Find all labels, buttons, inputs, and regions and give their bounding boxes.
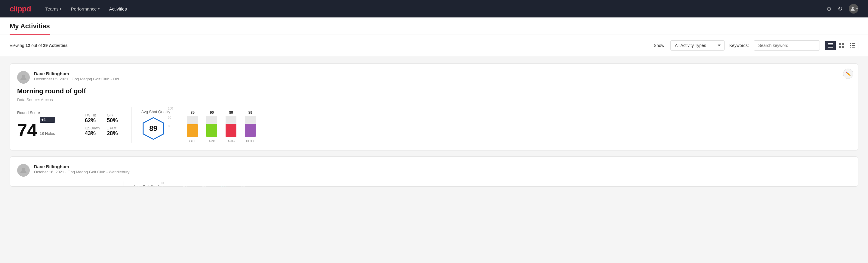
card-header: Dave Billingham October 16, 2021 · Gog M… bbox=[17, 164, 851, 177]
avatar bbox=[17, 71, 30, 84]
view-toggle-group bbox=[825, 40, 858, 50]
svg-rect-12 bbox=[852, 45, 855, 46]
svg-rect-10 bbox=[852, 43, 855, 44]
bar-group-arg: 89 ARG bbox=[225, 111, 237, 143]
data-source: Data Source: Arccos bbox=[17, 97, 851, 102]
svg-rect-9 bbox=[850, 43, 851, 44]
search-input[interactable] bbox=[754, 40, 820, 51]
user-name: Dave Billingham bbox=[34, 71, 851, 76]
stats-block: FW Hit 62% GIR 50% Up/Down 43% 1 Putt 28… bbox=[85, 113, 122, 137]
avatar bbox=[17, 164, 30, 177]
user-menu-chevron: ▾ bbox=[856, 7, 858, 10]
divider bbox=[124, 181, 124, 186]
y-axis-labels: 100 50 0 bbox=[168, 107, 173, 128]
user-meta: December 05, 2021 · Gog Magog Golf Club … bbox=[34, 77, 851, 81]
svg-rect-11 bbox=[850, 45, 851, 46]
score-badge: +4 bbox=[40, 117, 55, 123]
bar-outer bbox=[206, 116, 217, 137]
chevron-down-icon: ▾ bbox=[98, 7, 99, 10]
user-name: Dave Billingham bbox=[34, 164, 851, 169]
shot-quality-chart: 100 50 0 94 OTT 92 bbox=[170, 181, 248, 186]
activity-type-select[interactable]: All Activity Types bbox=[671, 40, 724, 51]
bar-inner bbox=[225, 124, 237, 137]
bar-group-putt: 89 PUTT bbox=[245, 111, 256, 143]
activity-card: ✏️ Dave Billingham December 05, 2021 · G… bbox=[10, 63, 858, 150]
avg-shot-section: Avg Shot Quality 89 100 50 0 bbox=[142, 107, 851, 143]
round-score-block: Round Score 74 +4 18 Holes bbox=[17, 111, 65, 139]
add-icon[interactable]: ⊕ bbox=[827, 5, 832, 12]
chevron-down-icon: ▾ bbox=[60, 7, 61, 10]
bar-group-putt: 87 PUTT bbox=[237, 185, 248, 186]
gir-stat: GIR 50% bbox=[107, 113, 122, 124]
svg-rect-2 bbox=[828, 45, 833, 45]
score-display: 74 +4 18 Holes bbox=[17, 117, 65, 139]
score-number: 74 bbox=[17, 121, 37, 139]
bar-group-app: 90 APP bbox=[206, 111, 217, 143]
divider bbox=[131, 107, 132, 143]
one-putt-stat: 1 Putt 28% bbox=[107, 126, 122, 137]
bar-inner bbox=[206, 124, 217, 137]
svg-rect-6 bbox=[842, 43, 844, 45]
bar-inner bbox=[187, 124, 198, 137]
bar-group-app: 92 APP bbox=[199, 185, 210, 186]
avg-shot-section: Avg Shot Quality 100 50 0 bbox=[133, 181, 851, 186]
svg-rect-4 bbox=[828, 47, 833, 48]
avg-shot-label: Avg Shot Quality bbox=[133, 184, 163, 187]
svg-rect-14 bbox=[852, 47, 855, 48]
bar-outer bbox=[225, 116, 237, 137]
edit-activity-button[interactable]: ✏️ bbox=[843, 68, 853, 79]
hexagon-value: 89 bbox=[149, 124, 157, 133]
shot-quality-chart: 100 50 0 85 OTT 90 bbox=[178, 107, 256, 143]
fw-hit-stat: FW Hit 62% bbox=[85, 113, 99, 124]
bar-group-arg: 106 ARG bbox=[218, 185, 229, 186]
svg-rect-7 bbox=[839, 46, 841, 48]
bar-inner bbox=[245, 124, 256, 137]
view-list-full-button[interactable] bbox=[847, 41, 858, 50]
activities-list: ✏️ Dave Billingham December 05, 2021 · G… bbox=[0, 56, 868, 200]
user-avatar-nav[interactable]: ▾ bbox=[849, 4, 858, 13]
nav-right-actions: ⊕ ↻ ▾ bbox=[827, 4, 858, 13]
avg-shot-block: Avg Shot Quality 89 bbox=[142, 110, 170, 141]
keywords-label: Keywords: bbox=[730, 43, 749, 48]
avg-shot-label: Avg Shot Quality bbox=[142, 110, 170, 114]
view-list-compact-button[interactable] bbox=[825, 41, 836, 50]
updown-stat: Up/Down 43% bbox=[85, 126, 99, 137]
hexagon-badge: 89 bbox=[142, 116, 165, 141]
svg-rect-1 bbox=[828, 43, 833, 44]
bar-chart: 94 OTT 92 APP bbox=[180, 181, 248, 186]
page-header: My Activities bbox=[0, 18, 868, 35]
refresh-icon[interactable]: ↻ bbox=[838, 5, 843, 12]
viewing-text: Viewing 12 out of 29 Activities bbox=[10, 43, 649, 48]
bar-outer bbox=[245, 116, 256, 137]
nav-performance[interactable]: Performance ▾ bbox=[71, 5, 99, 12]
bar-outer bbox=[187, 116, 198, 137]
svg-point-0 bbox=[851, 7, 854, 9]
divider bbox=[75, 181, 75, 186]
activity-title: Morning round of golf bbox=[17, 87, 851, 95]
bar-group-ott: 94 OTT bbox=[180, 185, 190, 186]
user-info: Dave Billingham December 05, 2021 · Gog … bbox=[34, 71, 851, 81]
bar-chart: 85 OTT 90 APP bbox=[187, 107, 256, 143]
y-axis-labels: 100 50 0 bbox=[160, 181, 165, 186]
bar-group-ott: 85 OTT bbox=[187, 111, 198, 143]
card-body: Round Score 74 +4 18 Holes FW Hit 62% G bbox=[17, 107, 851, 143]
svg-rect-3 bbox=[828, 46, 833, 46]
holes-text: 18 Holes bbox=[40, 131, 55, 136]
nav-activities[interactable]: Activities bbox=[109, 5, 127, 12]
page-title: My Activities bbox=[10, 22, 50, 35]
svg-rect-13 bbox=[850, 47, 851, 48]
divider bbox=[75, 107, 75, 143]
user-meta: October 16, 2021 · Gog Magog Golf Club -… bbox=[34, 170, 851, 174]
card-body: Round Score FW Hit 43% GIR 56% Avg Shot … bbox=[17, 181, 851, 186]
avg-shot-block: Avg Shot Quality bbox=[133, 184, 163, 187]
user-info: Dave Billingham October 16, 2021 · Gog M… bbox=[34, 164, 851, 174]
svg-rect-8 bbox=[842, 46, 844, 48]
round-score-label: Round Score bbox=[17, 111, 65, 115]
logo[interactable]: clippd bbox=[10, 4, 31, 13]
filter-bar: Viewing 12 out of 29 Activities Show: Al… bbox=[0, 35, 868, 56]
card-header: Dave Billingham December 05, 2021 · Gog … bbox=[17, 71, 851, 84]
navbar: clippd Teams ▾ Performance ▾ Activities … bbox=[0, 0, 868, 18]
view-grid-button[interactable] bbox=[836, 41, 847, 50]
show-label: Show: bbox=[654, 43, 665, 48]
nav-teams[interactable]: Teams ▾ bbox=[45, 5, 61, 12]
